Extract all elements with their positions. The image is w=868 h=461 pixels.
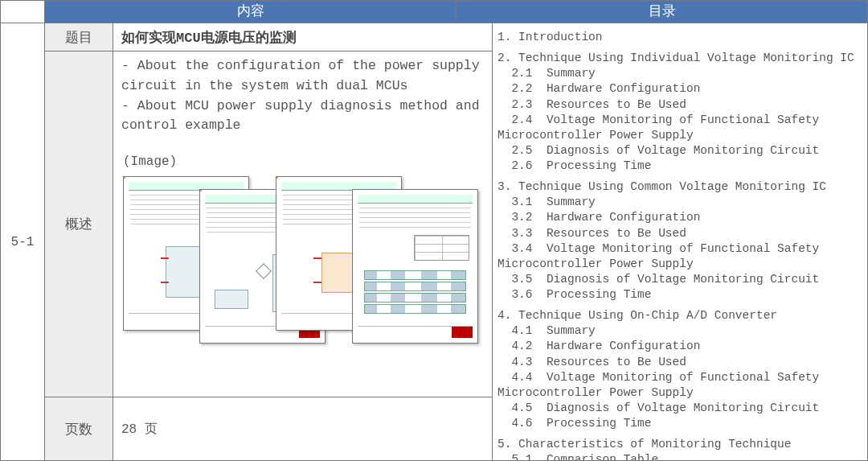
toc-entry: 3. Technique Using Common Voltage Monito… — [497, 179, 862, 194]
thumbnail-group — [123, 176, 477, 345]
label-pages: 页数 — [45, 397, 113, 460]
header-toc: 目录 — [457, 1, 867, 23]
toc-entry: 3.4 Voltage Monitoring of Functional Saf… — [497, 241, 862, 256]
toc-entry: 3.3 Resources to Be Used — [497, 226, 862, 241]
toc-entry: 4.2 Hardware Configuration — [497, 339, 862, 353]
summary-line: - About MCU power supply diagnosis metho… — [121, 97, 484, 117]
summary-line: control example — [121, 116, 484, 136]
summary-value: - About the configuration of the power s… — [113, 51, 492, 397]
title-row: 题目 如何实现MCU电源电压的监测 — [45, 23, 492, 51]
header-index-spacer — [1, 1, 45, 23]
label-summary: 概述 — [45, 51, 113, 397]
pages-value: 28 页 — [113, 397, 492, 460]
toc-entry: 4.3 Resources to Be Used — [497, 355, 862, 369]
thumbnail-page — [352, 189, 478, 344]
content-column: 题目 如何实现MCU电源电压的监测 概述 - About the configu… — [45, 23, 493, 460]
toc-entry: 2.4 Voltage Monitoring of Functional Saf… — [497, 113, 862, 127]
pages-row: 页数 28 页 — [45, 397, 492, 460]
summary-row: 概述 - About the configuration of the powe… — [45, 51, 492, 397]
image-label: (Image) — [123, 152, 484, 171]
toc-entry: 3.1 Summary — [497, 195, 862, 209]
toc-entry: Microcontroller Power Supply — [497, 128, 862, 142]
toc-entry: 4.1 Summary — [497, 323, 862, 338]
toc-entry: 2.5 Diagnosis of Voltage Monitoring Circ… — [497, 143, 862, 158]
toc-entry: 1. Introduction — [497, 30, 862, 44]
summary-line: circuit in the system with dual MCUs — [121, 76, 484, 97]
table-header-row: 内容 目录 — [1, 1, 867, 23]
title-value: 如何实现MCU电源电压的监测 — [113, 23, 492, 51]
table-body: 5-1 题目 如何实现MCU电源电压的监测 概述 - About the con… — [1, 23, 867, 460]
toc-entry: 4. Technique Using On-Chip A/D Converter — [497, 308, 862, 323]
header-content: 内容 — [45, 1, 457, 23]
toc-entry: 3.6 Processing Time — [497, 287, 862, 302]
toc-entry: 5. Characteristics of Monitoring Techniq… — [497, 437, 862, 451]
toc-entry: 5.1 Comparison Table — [497, 452, 862, 460]
document-table: 内容 目录 5-1 题目 如何实现MCU电源电压的监测 概述 - About t… — [0, 0, 868, 461]
row-index: 5-1 — [1, 23, 45, 460]
toc-entry: 2.2 Hardware Configuration — [497, 81, 862, 96]
toc-entry: 4.6 Processing Time — [497, 416, 862, 430]
toc-entry: 3.2 Hardware Configuration — [497, 210, 862, 224]
toc-entry: 2. Technique Using Individual Voltage Mo… — [497, 51, 862, 65]
toc-entry: Microcontroller Power Supply — [497, 257, 862, 271]
toc-entry: 2.1 Summary — [497, 66, 862, 80]
toc-entry: 4.4 Voltage Monitoring of Functional Saf… — [497, 370, 862, 385]
toc-column: 1. Introduction 2. Technique Using Indiv… — [493, 23, 867, 460]
toc-entry: 2.6 Processing Time — [497, 158, 862, 173]
label-title: 题目 — [45, 23, 113, 51]
summary-line: - About the configuration of the power s… — [121, 56, 484, 76]
toc-entry: 4.5 Diagnosis of Voltage Monitoring Circ… — [497, 401, 862, 415]
toc-entry: 2.3 Resources to Be Used — [497, 97, 862, 112]
toc-entry: 3.5 Diagnosis of Voltage Monitoring Circ… — [497, 272, 862, 286]
toc-entry: Microcontroller Power Supply — [497, 385, 862, 400]
